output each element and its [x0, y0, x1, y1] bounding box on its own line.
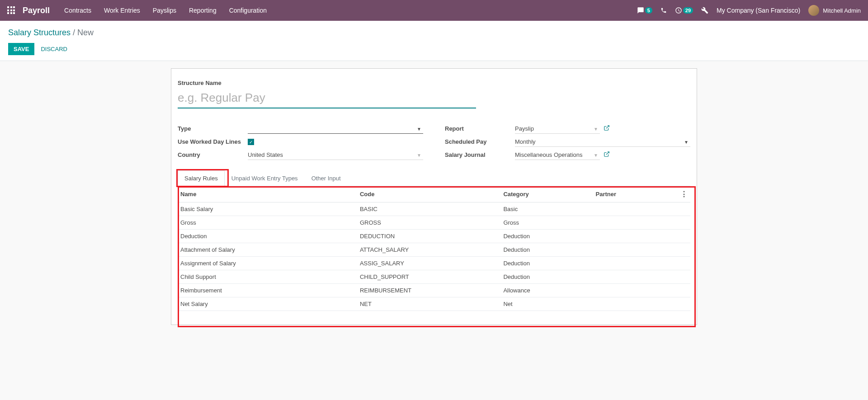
save-button[interactable]: Save: [8, 43, 34, 55]
table-row[interactable]: Net SalaryNETNet: [178, 297, 690, 311]
scheduled-select[interactable]: [515, 137, 690, 147]
cell-category: Basic: [500, 202, 593, 216]
col-partner[interactable]: Partner: [593, 186, 678, 202]
action-buttons: Save Discard: [8, 43, 860, 55]
journal-label: Salary Journal: [445, 151, 515, 158]
scheduled-label: Scheduled Pay: [445, 138, 515, 145]
table-row[interactable]: Assignment of SalaryASSIG_SALARYDeductio…: [178, 257, 690, 270]
cell-category: Deduction: [500, 270, 593, 284]
cell-partner: [593, 202, 678, 216]
table-row[interactable]: Attachment of SalaryATTACH_SALARYDeducti…: [178, 243, 690, 257]
discard-button[interactable]: Discard: [41, 46, 67, 52]
app-brand[interactable]: Payroll: [23, 6, 50, 15]
company-selector[interactable]: My Company (San Francisco): [717, 7, 800, 14]
cell-code: ASSIG_SALARY: [357, 257, 501, 270]
nav-item-reporting[interactable]: Reporting: [189, 7, 217, 14]
use-worked-label: Use Worked Day Lines: [178, 138, 248, 145]
structure-name-input[interactable]: [178, 89, 476, 108]
col-name[interactable]: Name: [178, 186, 357, 202]
subheader: Salary Structures / New Save Discard: [0, 21, 868, 61]
activity-badge: 29: [683, 7, 693, 14]
breadcrumb-sep: /: [73, 28, 75, 37]
cell-name: Child Support: [178, 270, 357, 284]
breadcrumb-root[interactable]: Salary Structures: [8, 28, 71, 37]
table-row[interactable]: ReimbursementREIMBURSEMENTAllowance: [178, 284, 690, 297]
cell-category: Net: [500, 297, 593, 311]
cell-category: Gross: [500, 216, 593, 230]
table-row[interactable]: Basic SalaryBASICBasic: [178, 202, 690, 216]
type-label: Type: [178, 125, 248, 132]
form-sheet: Structure Name Type ▼ Use Worked Day Lin…: [171, 68, 697, 325]
cell-name: Basic Salary: [178, 202, 357, 216]
tabs: Salary Rules Unpaid Work Entry Types Oth…: [178, 170, 690, 186]
table-row[interactable]: Child SupportCHILD_SUPPORTDeduction: [178, 270, 690, 284]
cell-name: Attachment of Salary: [178, 243, 357, 257]
cell-category: Allowance: [500, 284, 593, 297]
cell-partner: [593, 284, 678, 297]
cell-name: Deduction: [178, 230, 357, 243]
svg-line-1: [606, 152, 609, 155]
cell-partner: [593, 257, 678, 270]
cell-category: Deduction: [500, 230, 593, 243]
kebab-icon[interactable]: ⋮: [680, 190, 688, 198]
tab-salary-rules[interactable]: Salary Rules: [178, 170, 225, 186]
chat-badge: 5: [645, 7, 652, 14]
cell-code: BASIC: [357, 202, 501, 216]
report-label: Report: [445, 125, 515, 132]
messaging-icon[interactable]: 5: [637, 7, 652, 14]
nav-item-contracts[interactable]: Contracts: [64, 7, 91, 14]
external-link-icon[interactable]: [604, 151, 610, 159]
phone-icon[interactable]: [660, 7, 667, 14]
cell-partner: [593, 297, 678, 311]
svg-line-0: [606, 126, 609, 128]
type-select[interactable]: [248, 124, 423, 134]
cell-partner: [593, 230, 678, 243]
report-select[interactable]: [515, 124, 600, 134]
cell-code: NET: [357, 297, 501, 311]
nav-item-work-entries[interactable]: Work Entries: [104, 7, 140, 14]
external-link-icon[interactable]: [604, 125, 610, 132]
cell-name: Net Salary: [178, 297, 357, 311]
breadcrumb-current: New: [77, 28, 94, 37]
cell-name: Reimbursement: [178, 284, 357, 297]
avatar: [808, 5, 819, 16]
use-worked-checkbox[interactable]: ✓: [248, 139, 254, 145]
cell-category: Deduction: [500, 257, 593, 270]
country-label: Country: [178, 151, 248, 158]
user-name: Mitchell Admin: [823, 7, 861, 14]
table-row[interactable]: GrossGROSSGross: [178, 216, 690, 230]
apps-icon[interactable]: [7, 6, 15, 14]
activity-icon[interactable]: 29: [675, 7, 693, 14]
nav-item-payslips[interactable]: Payslips: [153, 7, 176, 14]
salary-rules-table: Name Code Category Partner ⋮ Basic Salar…: [178, 186, 690, 311]
top-nav: Payroll Contracts Work Entries Payslips …: [0, 0, 868, 21]
cell-code: ATTACH_SALARY: [357, 243, 501, 257]
cell-name: Assignment of Salary: [178, 257, 357, 270]
breadcrumb: Salary Structures / New: [8, 28, 860, 38]
cell-code: REIMBURSEMENT: [357, 284, 501, 297]
table-row[interactable]: DeductionDEDUCTIONDeduction: [178, 230, 690, 243]
country-select[interactable]: [248, 150, 423, 160]
cell-code: DEDUCTION: [357, 230, 501, 243]
cell-partner: [593, 243, 678, 257]
tab-unpaid-work-entry[interactable]: Unpaid Work Entry Types: [225, 170, 305, 186]
cell-partner: [593, 270, 678, 284]
user-menu[interactable]: Mitchell Admin: [808, 5, 861, 16]
col-code[interactable]: Code: [357, 186, 501, 202]
col-category[interactable]: Category: [500, 186, 593, 202]
journal-select[interactable]: [515, 150, 600, 160]
structure-name-label: Structure Name: [178, 80, 690, 86]
cell-code: GROSS: [357, 216, 501, 230]
cell-partner: [593, 216, 678, 230]
nav-item-configuration[interactable]: Configuration: [229, 7, 267, 14]
cell-category: Deduction: [500, 243, 593, 257]
cell-code: CHILD_SUPPORT: [357, 270, 501, 284]
tab-other-input[interactable]: Other Input: [305, 170, 348, 186]
debug-icon[interactable]: [701, 7, 708, 14]
cell-name: Gross: [178, 216, 357, 230]
nav-menu: Contracts Work Entries Payslips Reportin…: [64, 7, 267, 14]
nav-right: 5 29 My Company (San Francisco) Mitchell…: [637, 5, 861, 16]
